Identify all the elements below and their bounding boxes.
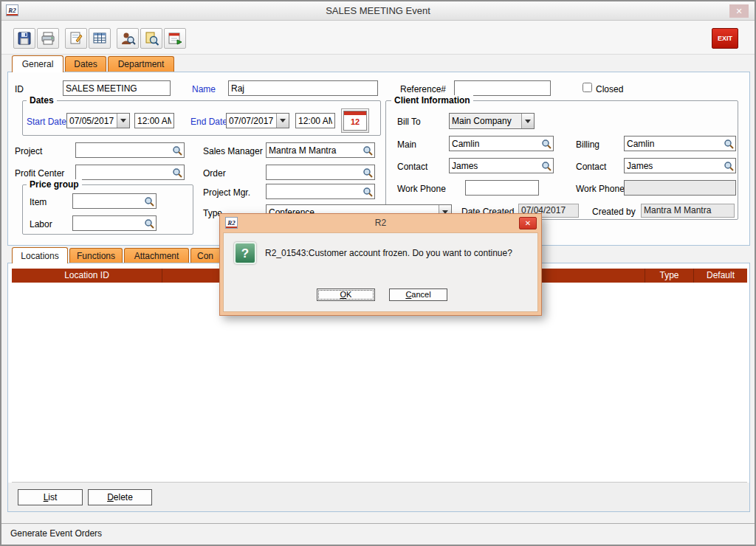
calendar-export-button[interactable] — [164, 28, 186, 49]
project-mgr-search-button[interactable] — [361, 184, 374, 198]
billing-input[interactable] — [625, 136, 722, 151]
dialog-message: R2_01543:Customer account frozen. Do you… — [265, 248, 530, 258]
end-time-input[interactable] — [295, 113, 335, 128]
column-header-default: Default — [694, 269, 747, 283]
dialog-title-bar: R2 R2 ✕ — [220, 214, 541, 232]
start-time-input[interactable] — [134, 113, 174, 128]
search-icon — [172, 145, 182, 156]
print-button[interactable] — [37, 28, 59, 49]
name-input[interactable] — [228, 80, 378, 96]
id-input[interactable] — [63, 80, 171, 96]
save-button[interactable] — [13, 28, 35, 49]
delete-button-label: Delete — [89, 492, 151, 502]
main-label: Main — [397, 139, 416, 150]
bill-to-dropdown-button[interactable] — [521, 114, 534, 128]
work-phone2-label: Work Phone — [576, 184, 625, 194]
sales-manager-input[interactable] — [267, 143, 361, 157]
tab-department[interactable]: Department — [108, 56, 174, 72]
end-date-combo — [226, 113, 289, 128]
item-search-button[interactable] — [142, 194, 156, 208]
profit-center-search-button[interactable] — [171, 165, 184, 179]
column-header-type: Type — [645, 269, 694, 283]
toolbar — [1, 21, 755, 55]
search-icon — [724, 161, 734, 171]
search-icon — [541, 139, 551, 149]
project-mgr-lookup — [266, 184, 375, 199]
sales-manager-search-button[interactable] — [361, 143, 374, 157]
close-icon[interactable]: ✕ — [729, 4, 749, 18]
billing-search-button[interactable] — [722, 136, 735, 151]
calendar-button[interactable]: 12 — [341, 108, 369, 133]
order-label: Order — [203, 168, 226, 179]
tab-functions[interactable]: Functions — [69, 248, 123, 263]
labor-search-button[interactable] — [142, 216, 156, 230]
r2-message-dialog: R2 R2 ✕ ? R2_01543:Customer account froz… — [219, 213, 542, 316]
delete-button[interactable]: Delete — [88, 489, 152, 505]
tab-locations[interactable]: Locations — [12, 247, 68, 263]
end-date-label: End Date — [190, 117, 227, 127]
cancel-button-label: Cancel — [390, 289, 447, 300]
labor-input[interactable] — [73, 216, 142, 230]
project-search-button[interactable] — [171, 143, 184, 157]
project-mgr-input[interactable] — [267, 184, 361, 198]
ok-button[interactable]: OK — [317, 288, 375, 301]
column-header-location-id: Location ID — [12, 269, 162, 283]
tab-dates[interactable]: Dates — [65, 56, 106, 72]
work-phone-input[interactable] — [465, 180, 539, 196]
contact2-input[interactable] — [625, 159, 722, 173]
start-date-dropdown-button[interactable] — [117, 114, 129, 128]
dialog-title: R2 — [220, 218, 541, 228]
tab-attachment[interactable]: Attachment — [124, 248, 189, 263]
contact-input[interactable] — [450, 159, 540, 173]
reference-input[interactable] — [454, 80, 551, 96]
work-phone-label: Work Phone — [397, 184, 446, 194]
document-search-icon — [143, 30, 159, 46]
created-by-label: Created by — [592, 207, 636, 217]
grid-icon — [92, 30, 108, 46]
labor-label: Labor — [30, 219, 52, 229]
chevron-down-icon — [280, 119, 286, 122]
end-date-dropdown-button[interactable] — [276, 114, 289, 128]
billing-lookup — [624, 136, 736, 151]
end-date-input[interactable] — [227, 114, 276, 128]
search-icon — [144, 218, 154, 229]
project-input[interactable] — [76, 143, 171, 157]
calendar-icon: 12 — [343, 111, 367, 131]
person-search-button[interactable] — [117, 28, 139, 49]
client-info-group-title: Client Information — [391, 95, 473, 106]
search-icon — [362, 167, 373, 178]
edit-notes-button[interactable] — [65, 28, 87, 49]
tab-general[interactable]: General — [12, 55, 63, 72]
contact-label: Contact — [397, 162, 427, 172]
exit-button[interactable]: EXIT — [712, 28, 738, 49]
item-input[interactable] — [73, 194, 142, 208]
main-lookup — [449, 136, 554, 151]
order-search-button[interactable] — [361, 165, 374, 179]
calendar-icon-number: 12 — [344, 117, 366, 126]
print-icon — [40, 30, 56, 46]
contact2-search-button[interactable] — [722, 159, 735, 173]
profit-center-input[interactable] — [76, 165, 171, 179]
dialog-close-icon[interactable]: ✕ — [519, 217, 537, 229]
search-icon — [724, 139, 734, 149]
contact2-label: Contact — [576, 162, 606, 172]
profit-center-lookup — [75, 165, 185, 180]
contact-search-button[interactable] — [540, 159, 553, 173]
grid-button[interactable] — [89, 28, 111, 49]
document-search-button[interactable] — [140, 28, 162, 49]
order-input[interactable] — [267, 165, 361, 179]
labor-lookup — [72, 215, 157, 231]
bill-to-input[interactable] — [450, 114, 521, 128]
dates-group-title: Dates — [27, 95, 57, 106]
list-button-label: List — [18, 492, 82, 502]
bill-to-combo — [449, 113, 535, 129]
window-title: SALES MEETING Event — [1, 5, 755, 16]
main-search-button[interactable] — [540, 136, 553, 151]
main-input[interactable] — [450, 136, 540, 151]
list-button[interactable]: List — [18, 489, 83, 505]
closed-checkbox[interactable] — [583, 83, 592, 92]
status-text: Generate Event Orders — [10, 528, 102, 539]
start-date-input[interactable] — [67, 114, 117, 128]
cancel-button[interactable]: Cancel — [389, 288, 447, 301]
search-icon — [172, 167, 182, 178]
